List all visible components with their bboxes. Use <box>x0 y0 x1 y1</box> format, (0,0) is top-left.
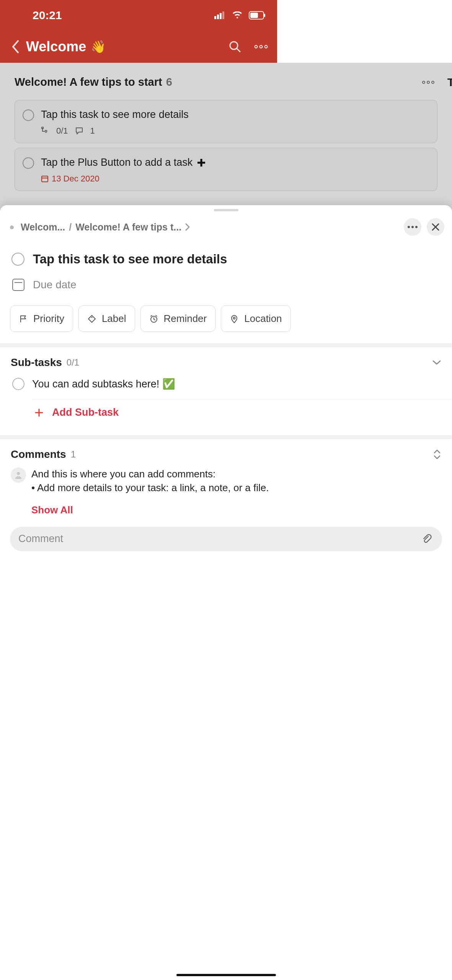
subtasks-title: Sub-tasks <box>11 356 62 369</box>
cellular-icon <box>214 11 226 19</box>
subtask-checkbox[interactable] <box>12 378 24 390</box>
svg-rect-5 <box>250 13 258 18</box>
subtask-item[interactable]: You can add subtasks here! ✅ <box>11 369 277 399</box>
chip-label: Label <box>102 313 126 325</box>
task-detail-sheet: Welcom... / Welcome! A few tips t... Tap… <box>0 205 277 600</box>
pin-icon <box>230 314 239 323</box>
section-divider <box>0 435 277 439</box>
svg-rect-19 <box>42 176 48 182</box>
svg-point-11 <box>265 46 268 48</box>
svg-line-8 <box>237 49 240 52</box>
task-card-title-text: Tap the Plus Button to add a task <box>41 157 193 168</box>
label-chip[interactable]: Label <box>78 305 135 332</box>
breadcrumb-project[interactable]: Welcom... <box>21 222 65 233</box>
svg-point-26 <box>91 317 92 318</box>
task-due-date: 13 Dec 2020 <box>52 174 100 184</box>
chevron-right-icon <box>185 223 193 231</box>
task-checkbox[interactable] <box>23 157 34 169</box>
subtasks-icon <box>41 127 49 135</box>
breadcrumb[interactable]: Welcom... / Welcome! A few tips t... <box>21 222 277 233</box>
app-header: Welcome 👋 <box>0 31 277 63</box>
comment-placeholder: Comment <box>18 533 277 545</box>
comments-icon <box>75 127 83 135</box>
alarm-icon <box>149 314 158 323</box>
comment-input[interactable]: Comment <box>10 527 277 551</box>
subtasks-header[interactable]: Sub-tasks 0/1 <box>11 356 277 369</box>
wifi-icon <box>232 11 243 19</box>
comments-header[interactable]: Comments 1 <box>11 448 277 461</box>
svg-point-9 <box>255 46 258 48</box>
calendar-icon <box>12 279 24 291</box>
breadcrumb-section[interactable]: Welcome! A few tips t... <box>75 222 181 233</box>
priority-chip[interactable]: Priority <box>10 305 73 332</box>
comments-count: 1 <box>90 126 95 136</box>
more-button[interactable] <box>252 45 270 49</box>
battery-icon <box>249 11 266 20</box>
plus-icon <box>33 408 45 418</box>
chip-label: Priority <box>33 313 64 325</box>
svg-point-28 <box>233 317 235 319</box>
comment-body: And this is where you can add comments: … <box>31 467 277 495</box>
section-divider <box>0 343 277 347</box>
task-card-title: Tap the Plus Button to add a task <box>41 157 277 168</box>
wave-emoji: 👋 <box>91 39 106 54</box>
location-chip[interactable]: Location <box>221 305 277 332</box>
status-time: 20:21 <box>33 9 62 22</box>
status-bar: 20:21 <box>0 0 277 31</box>
comment-item[interactable]: And this is where you can add comments: … <box>11 461 277 497</box>
calendar-icon <box>41 175 49 183</box>
svg-rect-1 <box>217 15 219 19</box>
tag-icon <box>87 314 96 323</box>
chip-label: Location <box>244 313 277 325</box>
flag-icon <box>19 314 28 323</box>
avatar <box>11 467 26 483</box>
task-card[interactable]: Tap the Plus Button to add a task 13 Dec… <box>15 148 277 191</box>
page-title-text: Welcome <box>26 39 86 55</box>
task-complete-checkbox[interactable] <box>11 253 24 266</box>
plus-icon <box>196 158 206 168</box>
svg-rect-2 <box>220 13 222 19</box>
task-card-title: Tap this task to see more details <box>41 109 277 121</box>
comments-title: Comments <box>11 448 66 461</box>
subtask-title: You can add subtasks here! ✅ <box>32 378 175 390</box>
svg-rect-0 <box>214 16 216 19</box>
svg-rect-6 <box>264 14 265 17</box>
task-card[interactable]: Tap this task to see more details 0/1 1 <box>15 100 277 143</box>
due-date-placeholder: Due date <box>33 279 77 291</box>
svg-point-31 <box>17 472 20 475</box>
comments-count: 1 <box>71 449 76 460</box>
task-actions-row[interactable]: Priority Label Reminder Location <box>0 305 277 343</box>
svg-point-10 <box>260 46 263 48</box>
add-subtask-button[interactable]: Add Sub-task <box>32 399 277 426</box>
show-all-comments-button[interactable]: Show All <box>11 497 277 520</box>
search-button[interactable] <box>226 41 244 53</box>
section-header[interactable]: Welcome! A few tips to start 6 T <box>0 63 277 95</box>
add-subtask-label: Add Sub-task <box>52 407 119 418</box>
subtasks-count: 0/1 <box>67 357 79 368</box>
reminder-chip[interactable]: Reminder <box>140 305 216 332</box>
svg-rect-3 <box>222 11 224 19</box>
chip-label: Reminder <box>164 313 207 325</box>
page-title: Welcome 👋 <box>26 39 106 55</box>
subtasks-count: 0/1 <box>56 126 68 136</box>
section-task-count: 6 <box>166 76 172 88</box>
task-title[interactable]: Tap this task to see more details <box>33 252 227 266</box>
task-checkbox[interactable] <box>23 109 34 121</box>
breadcrumb-separator: / <box>69 222 72 233</box>
due-date-button[interactable]: Due date <box>0 270 277 305</box>
back-button[interactable] <box>7 40 24 53</box>
section-title: Welcome! A few tips to start <box>15 76 162 88</box>
svg-point-16 <box>45 131 47 132</box>
project-color-dot <box>10 225 14 229</box>
